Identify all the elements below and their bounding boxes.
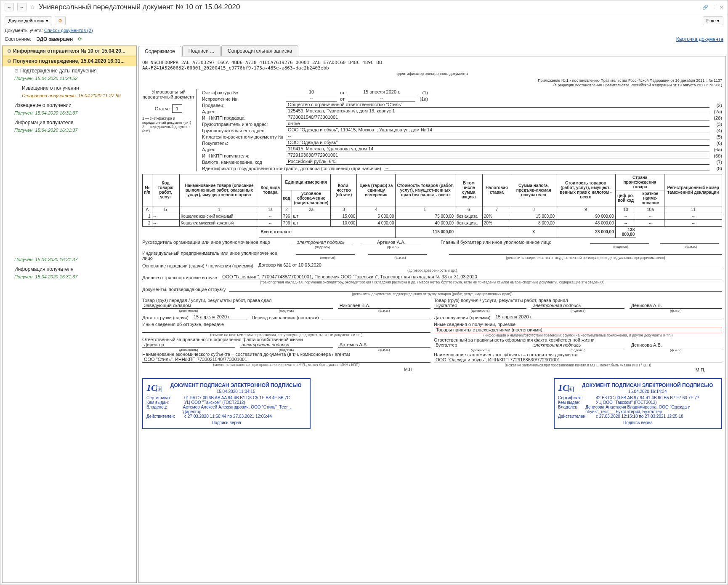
field-val-10: --	[384, 165, 709, 171]
sender-block: Товар (груз) передал / услуги, результат…	[142, 298, 430, 372]
sidebar-status-3: Отправлен получателю, 15.04.2020 11:27:5…	[3, 93, 136, 101]
close-icon[interactable]: ✕	[720, 5, 723, 10]
window-title: Универсальный передаточный документ № 10…	[39, 3, 699, 11]
tabs: СодержимоеПодписи ...Сопроводительная за…	[138, 45, 726, 56]
sidebar-item-4[interactable]: Извещение о получении	[3, 101, 136, 110]
status-label-upd: Статус:	[155, 106, 171, 111]
sidebar-item-2[interactable]: ⊖Подтверждение даты получения	[3, 66, 136, 75]
sidebar-status-6: Получен, 15.04.2020 16:31:37	[3, 256, 136, 264]
field-val-8: 7729163630/772901001	[286, 152, 709, 158]
transport-label: Данные о транспортировке и грузе	[142, 275, 221, 280]
acc-label: Главный бухгалтер или иное уполномоченно…	[441, 240, 573, 245]
refresh-icon[interactable]: ⟳	[78, 36, 82, 42]
card-link[interactable]: Карточка документа	[676, 36, 723, 42]
invoice-num-label: Счет-фактура №	[202, 90, 286, 95]
titlebar: ← → ☆ Универсальный передаточный докумен…	[0, 0, 728, 14]
document-window: ← → ☆ Универсальный передаточный докумен…	[0, 0, 728, 585]
field-val-6: ООО "Одежда и обувь"	[286, 140, 709, 146]
hierarchy-icon[interactable]: ⚙	[55, 16, 66, 25]
transport-val: ООО "Газелькин", 7709477438/770901001, П…	[221, 274, 722, 280]
regulation-note: Приложение № 1 к постановлению Правитель…	[142, 78, 722, 88]
field-val-5: --	[286, 134, 709, 139]
forward-button[interactable]: →	[17, 3, 27, 11]
tab-1[interactable]: Подписи ...	[182, 45, 221, 56]
head-label: Руководитель организации или иное уполно…	[142, 240, 275, 245]
menu-icon[interactable]: ⋮	[712, 5, 716, 10]
status-legend: 1 — счет-фактура и передаточный документ…	[142, 116, 195, 134]
fix-label: Исправление №	[202, 96, 286, 102]
fix-date: --	[348, 96, 415, 102]
receiver-block: Товар (груз) получил / услуги, результат…	[434, 298, 722, 372]
toolbar: Другие действия ▾ ⚙ Еще ▾	[0, 14, 728, 27]
basis-val: Договор № 621 от 10.03.2020	[257, 262, 722, 268]
sidebar-status-7: Получен, 15.04.2020 16:31:37	[3, 274, 136, 282]
status-label: Состояние:	[5, 36, 31, 42]
field-val-9: Российский рубль, 643	[286, 159, 709, 165]
field-val-1: 125459, Москва г, Туристская ул, дом 13,…	[286, 108, 709, 114]
sidebar-item-0[interactable]: ⊖Информация отправителя № 10 от 15.04.20…	[3, 46, 136, 56]
invoice-num: 10	[286, 89, 337, 95]
docs-line: Документы учета: Список документов (2)	[0, 27, 728, 35]
sidebar-item-3[interactable]: Извещение о получении	[3, 83, 136, 93]
back-button[interactable]: ←	[5, 3, 14, 11]
doc-id-label: идентификатор электронного документа	[142, 72, 722, 76]
docs-link[interactable]: Список документов (2)	[44, 28, 93, 33]
field-val-7: 119415, Москва г, Удальцова ул, дом 14	[286, 146, 709, 152]
items-table: № п/пКод товара/ работ, услугНаименовани…	[142, 174, 722, 238]
table-row: 1--Кошелек женский кожаный--796шт15,0005…	[143, 213, 722, 219]
more-button[interactable]: Еще ▾	[703, 16, 723, 25]
status-box: 1	[172, 104, 182, 113]
sidebar-item-7[interactable]: Информация получателя	[3, 264, 136, 274]
basis-label: Основание передачи (сдачи) / получения (…	[142, 263, 257, 268]
field-val-4: ООО "Одежда и обувь", 119415, Москва г, …	[286, 127, 709, 133]
sidebar-status-2: Получен, 15.04.2020 11:24:52	[3, 75, 136, 83]
docs-label: Документы учета:	[5, 28, 43, 33]
sidebar-item-6[interactable]	[3, 253, 136, 256]
head-name: Артемов А.А.	[362, 240, 421, 245]
header-fields: Счет-фактура № 10 от 15 апреля 2020 г. (…	[202, 89, 722, 171]
status-value: ЭДО завершен	[36, 36, 73, 42]
upd-left: Универсальный передаточный документ Стат…	[142, 89, 197, 171]
signature-stamp-1: 1C®ДОКУМЕНТ ПОДПИСАН ЭЛЕКТРОННОЙ ПОДПИСЬ…	[554, 378, 722, 429]
sidebar-item-5[interactable]: Информация получателя	[3, 118, 136, 127]
invoice-date: 15 апреля 2020 г.	[348, 89, 415, 95]
signature-stamp-0: 1C®ДОКУМЕНТ ПОДПИСАН ЭЛЕКТРОННОЙ ПОДПИСЬ…	[142, 378, 311, 429]
sidebar: ⊖Информация отправителя № 10 от 15.04.20…	[2, 45, 137, 583]
other-actions-button[interactable]: Другие действия ▾	[5, 16, 52, 25]
document-body: ON_NSCHFDOPPR_2AL-A7303297-E6CA-4BD6-A73…	[138, 56, 726, 583]
favorite-icon[interactable]: ☆	[30, 4, 35, 11]
doc-id-1: ON_NSCHFDOPPR_2AL-A7303297-E6CA-4BD6-A73…	[142, 60, 722, 65]
upd-title: Универсальный передаточный документ	[142, 89, 195, 99]
link-icon[interactable]: 🔗	[702, 5, 708, 10]
field-val-0: Общество с ограниченной ответственностью…	[286, 102, 709, 108]
doc-id-2: AA-F241A5260682-00001_20200415_c9776bf9-…	[142, 65, 722, 71]
sidebar-item-1[interactable]: ⊖Получено подтверждение, 15.04.2020 16:3…	[3, 56, 136, 66]
sidebar-status-4: Получен, 15.04.2020 16:31:37	[3, 110, 136, 118]
table-row: 2--Кошелек мужской кожаный--796шт10,0004…	[143, 219, 722, 226]
tab-0[interactable]: Содержимое	[138, 46, 181, 56]
field-val-3: он же	[286, 121, 709, 127]
ip-label: Индивидуальный предприниматель или иное …	[142, 251, 279, 261]
discrepancy-note: Товары приняты с расхождениями (претензи…	[434, 327, 722, 333]
sidebar-status-5: Получен, 15.04.2020 16:31:37	[3, 127, 136, 135]
fix-num: --	[286, 96, 337, 102]
field-val-2: 7733021540/773301001	[286, 115, 709, 120]
confirm-label: Документы, подтверждающие отгрузку	[142, 287, 229, 292]
status-line: Состояние: ЭДО завершен ⟳ Карточка докум…	[0, 35, 728, 44]
tab-2[interactable]: Сопроводительная записка	[221, 45, 298, 56]
